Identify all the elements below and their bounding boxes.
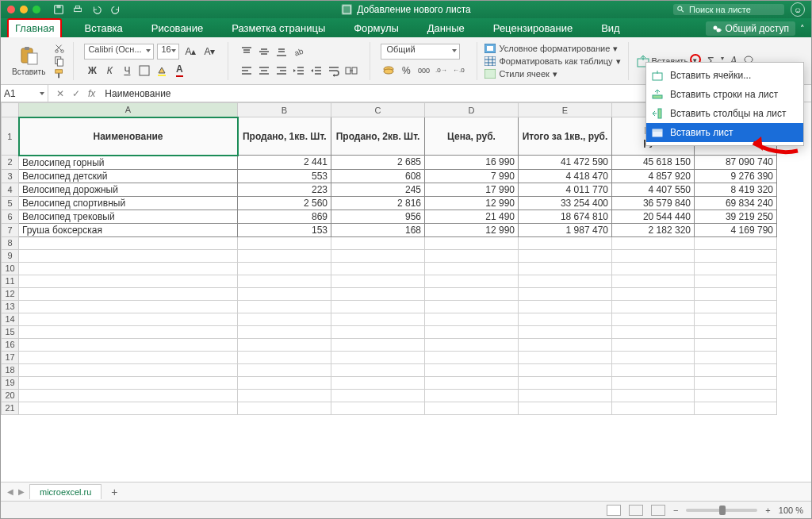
cell[interactable]: [695, 313, 777, 325]
cell[interactable]: [519, 351, 612, 363]
menu-insert-cells[interactable]: Вставить ячейки...: [646, 66, 803, 85]
cell[interactable]: 956: [331, 210, 425, 223]
align-center-icon[interactable]: [256, 63, 272, 79]
bold-button[interactable]: Ж: [84, 63, 100, 79]
row-header[interactable]: 11: [2, 275, 19, 287]
cut-icon[interactable]: [53, 43, 66, 54]
align-right-icon[interactable]: [274, 63, 289, 79]
cell[interactable]: 4 857 920: [612, 169, 695, 183]
row-header[interactable]: 1: [2, 117, 19, 156]
cell[interactable]: [238, 249, 331, 262]
cell[interactable]: [612, 389, 695, 402]
cell[interactable]: 2 560: [238, 196, 331, 210]
cell[interactable]: [238, 325, 331, 338]
undo-icon[interactable]: [91, 4, 102, 15]
sheet-tab[interactable]: microexcel.ru: [29, 484, 102, 499]
cell[interactable]: [519, 236, 612, 249]
cell[interactable]: 8 419 320: [695, 183, 777, 196]
cell[interactable]: 17 990: [425, 183, 519, 196]
cell[interactable]: [612, 287, 695, 300]
page-break-view-icon[interactable]: [651, 505, 665, 516]
cell[interactable]: [19, 351, 238, 363]
cell[interactable]: [19, 402, 238, 414]
decrease-decimal-icon[interactable]: ←.0: [450, 63, 466, 79]
cell[interactable]: [695, 287, 777, 300]
cell[interactable]: Велосипед дорожный: [19, 183, 238, 196]
row-header[interactable]: 8: [2, 236, 19, 249]
cell[interactable]: 87 090 740: [695, 156, 777, 170]
font-size-select[interactable]: 16: [157, 44, 179, 60]
share-button[interactable]: Общий доступ: [706, 21, 795, 36]
cell[interactable]: 2 816: [331, 196, 425, 210]
cell[interactable]: [519, 376, 612, 389]
orientation-icon[interactable]: ab: [291, 44, 307, 60]
format-painter-icon[interactable]: [53, 68, 66, 79]
cell[interactable]: [425, 402, 519, 414]
row-header[interactable]: 13: [2, 300, 19, 313]
cell[interactable]: 4 418 470: [519, 169, 612, 183]
increase-font-icon[interactable]: A▴: [182, 44, 198, 60]
row-header[interactable]: 14: [2, 313, 19, 325]
cell[interactable]: 16 990: [425, 156, 519, 170]
cell[interactable]: 39 219 250: [695, 210, 777, 223]
cell[interactable]: [19, 389, 238, 402]
menu-insert-rows[interactable]: Вставить строки на лист: [646, 85, 803, 104]
cell[interactable]: 4 169 790: [695, 223, 777, 236]
fill-color-button[interactable]: [154, 63, 170, 79]
cell[interactable]: 869: [238, 210, 331, 223]
cell[interactable]: [612, 402, 695, 414]
cell[interactable]: [19, 249, 238, 262]
zoom-slider[interactable]: [686, 509, 757, 512]
cell[interactable]: 553: [238, 169, 331, 183]
cell[interactable]: [331, 236, 425, 249]
cell[interactable]: [519, 363, 612, 376]
cell[interactable]: 12 990: [425, 223, 519, 236]
cell[interactable]: [331, 300, 425, 313]
cell[interactable]: Велосипед спортивный: [19, 196, 238, 210]
cell[interactable]: 20 544 440: [612, 210, 695, 223]
cell-a1[interactable]: Наименование: [19, 117, 238, 156]
cell[interactable]: [612, 313, 695, 325]
tab-home[interactable]: Главная: [7, 18, 62, 37]
spreadsheet-grid[interactable]: A B C D E F G 1 Наименование Продано, 1к…: [1, 102, 811, 482]
cell[interactable]: 45 618 150: [612, 156, 695, 170]
row-header[interactable]: 21: [2, 402, 19, 414]
cell[interactable]: [519, 325, 612, 338]
cell[interactable]: 21 490: [425, 210, 519, 223]
cell[interactable]: 4 011 770: [519, 183, 612, 196]
cell[interactable]: [519, 249, 612, 262]
font-name-select[interactable]: Calibri (Осн...: [84, 44, 154, 60]
format-as-table-button[interactable]: Форматировать как таблицу ▾: [485, 55, 620, 67]
cell[interactable]: [331, 249, 425, 262]
cell[interactable]: [695, 325, 777, 338]
cell-c1[interactable]: Продано, 2кв. Шт.: [331, 117, 425, 156]
cancel-icon[interactable]: ✕: [56, 88, 64, 99]
cell[interactable]: [612, 325, 695, 338]
fx-icon[interactable]: fx: [88, 88, 95, 99]
cell[interactable]: [425, 389, 519, 402]
cell[interactable]: [19, 313, 238, 325]
cell[interactable]: [612, 338, 695, 351]
row-header[interactable]: 16: [2, 338, 19, 351]
row-header[interactable]: 20: [2, 389, 19, 402]
sheet-nav-prev-icon[interactable]: ◀: [7, 487, 13, 496]
cell[interactable]: [19, 275, 238, 287]
cell[interactable]: [238, 275, 331, 287]
decrease-font-icon[interactable]: A▾: [201, 44, 217, 60]
cell[interactable]: [425, 376, 519, 389]
redo-icon[interactable]: [110, 4, 121, 15]
cell[interactable]: [19, 338, 238, 351]
italic-button[interactable]: К: [102, 63, 117, 79]
cell[interactable]: [519, 389, 612, 402]
align-middle-icon[interactable]: [256, 44, 272, 60]
row-header[interactable]: 17: [2, 351, 19, 363]
cell[interactable]: [425, 325, 519, 338]
cell[interactable]: 36 579 840: [612, 196, 695, 210]
cell[interactable]: Велосипед трековый: [19, 210, 238, 223]
close-icon[interactable]: [7, 6, 15, 13]
paste-button[interactable]: Вставить: [12, 45, 45, 76]
confirm-icon[interactable]: ✓: [72, 88, 80, 99]
align-left-icon[interactable]: [239, 63, 255, 79]
cell[interactable]: Груша боксерская: [19, 223, 238, 236]
cell[interactable]: [331, 262, 425, 275]
